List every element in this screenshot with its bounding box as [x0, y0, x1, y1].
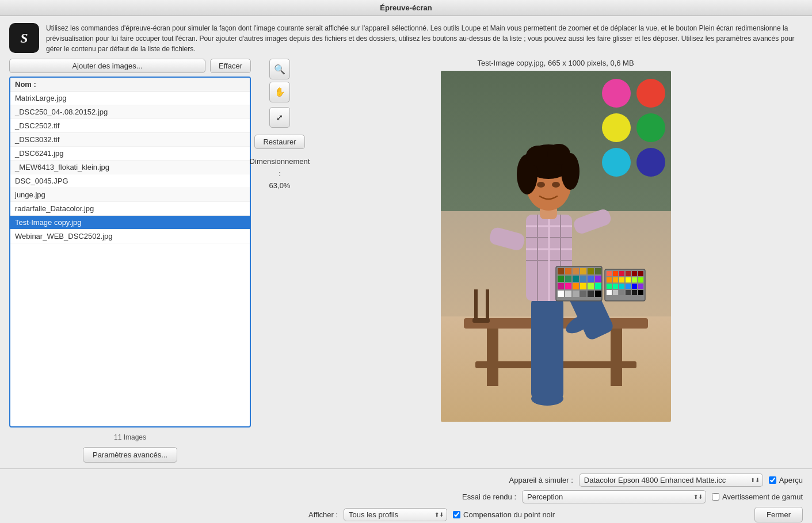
gamut-checkbox-label[interactable]: Avertissement de gamut	[712, 493, 803, 501]
fullscreen-button[interactable]: ⤢	[269, 107, 290, 128]
svg-point-28	[537, 182, 545, 188]
info-text: Utilisez les commandes d'épreuve-écran p…	[46, 23, 803, 54]
svg-rect-54	[595, 291, 601, 297]
svg-rect-72	[632, 284, 637, 289]
svg-rect-64	[619, 277, 624, 283]
svg-rect-68	[607, 284, 612, 289]
file-list-item[interactable]: junge.jpg	[10, 188, 250, 202]
svg-rect-52	[580, 291, 586, 297]
tools-panel: 🔍 ✋ ⤢ Restaurer Dimensionnement : 63,0%	[251, 59, 308, 192]
file-count: 11 Images	[9, 431, 251, 441]
svg-rect-67	[638, 277, 643, 283]
svg-rect-77	[626, 290, 631, 295]
profile-select-wrapper: Tous les profils ⬆⬇	[344, 508, 447, 521]
middle-section: Ajouter des images... Effacer Nom : Matr…	[9, 59, 803, 463]
svg-rect-33	[573, 268, 579, 274]
svg-rect-1	[487, 329, 498, 386]
blackpoint-checkbox[interactable]	[453, 511, 460, 518]
svg-rect-50	[565, 291, 571, 297]
close-button[interactable]: Fermer	[754, 507, 803, 522]
svg-rect-69	[613, 284, 618, 289]
svg-rect-39	[573, 276, 579, 282]
svg-rect-49	[558, 291, 564, 297]
svg-rect-60	[632, 271, 637, 276]
preview-checkbox-label[interactable]: Aperçu	[769, 476, 803, 484]
svg-rect-66	[632, 277, 637, 283]
svg-rect-38	[565, 276, 571, 282]
restore-button[interactable]: Restaurer	[254, 135, 304, 149]
rendering-row: Essai de rendu : Perception Colorimétrie…	[9, 490, 803, 503]
device-select-wrapper: Datacolor Epson 4800 Enhanced Matte.icc …	[579, 474, 763, 487]
add-images-button[interactable]: Ajouter des images...	[9, 59, 205, 73]
svg-rect-5	[474, 289, 478, 321]
file-list-header: Nom :	[10, 78, 250, 91]
file-list-item[interactable]: _DSC3032.tif	[10, 133, 250, 147]
svg-rect-37	[558, 276, 564, 282]
svg-rect-58	[619, 271, 624, 276]
device-row: Appareil à simuler : Datacolor Epson 480…	[9, 474, 803, 487]
hand-tool-button[interactable]: ✋	[269, 82, 290, 102]
svg-rect-40	[580, 276, 586, 282]
svg-rect-61	[638, 271, 643, 276]
bottom-controls: Appareil à simuler : Datacolor Epson 480…	[0, 468, 812, 523]
zoom-tool-button[interactable]: 🔍	[269, 59, 290, 79]
svg-rect-74	[607, 290, 612, 295]
file-list-item[interactable]: _MEW6413_flokati_klein.jpg	[10, 161, 250, 174]
color-swatches	[602, 79, 665, 177]
swatch-navy	[636, 148, 665, 177]
left-panel: Ajouter des images... Effacer Nom : Matr…	[9, 59, 251, 463]
svg-rect-32	[565, 268, 571, 274]
svg-rect-57	[613, 271, 618, 276]
preview-image-area	[441, 71, 671, 422]
svg-rect-53	[588, 291, 594, 297]
file-list-item[interactable]: _DSC2502.tif	[10, 119, 250, 133]
device-label: Appareil à simuler :	[493, 476, 573, 484]
display-row: Paramètres avancés... Afficher : Tous le…	[9, 507, 803, 522]
file-list-item[interactable]: MatrixLarge.jpg	[10, 91, 250, 105]
delete-button[interactable]: Effacer	[210, 59, 251, 73]
blackpoint-checkbox-label[interactable]: Compensation du point noir	[453, 510, 555, 519]
preview-checkbox[interactable]	[769, 476, 776, 484]
svg-rect-44	[565, 283, 571, 289]
svg-rect-42	[595, 276, 601, 282]
profile-select[interactable]: Tous les profils	[344, 508, 447, 521]
svg-rect-31	[558, 268, 564, 274]
app-icon: S	[9, 23, 39, 53]
svg-rect-73	[638, 284, 643, 289]
svg-rect-70	[619, 284, 624, 289]
svg-rect-35	[588, 268, 594, 274]
file-list-items: MatrixLarge.jpg_DSC250_04-.08.20152.jpg_…	[10, 91, 250, 243]
svg-rect-47	[588, 283, 594, 289]
svg-rect-76	[619, 290, 624, 295]
swatch-red	[636, 79, 665, 108]
svg-rect-56	[607, 271, 612, 276]
file-list-item[interactable]: _DSC250_04-.08.20152.jpg	[10, 105, 250, 119]
file-list-item[interactable]: radarfalle_Datacolor.jpg	[10, 202, 250, 216]
rendering-select[interactable]: Perception Colorimétrie relative Saturat…	[522, 490, 706, 503]
display-controls: Afficher : Tous les profils ⬆⬇ Compensat…	[303, 508, 555, 521]
svg-rect-8	[531, 295, 563, 402]
svg-rect-65	[626, 277, 631, 283]
file-list-item[interactable]: Webinar_WEB_DSC2502.jpg	[10, 230, 250, 243]
svg-point-29	[552, 182, 560, 188]
svg-rect-36	[595, 268, 601, 274]
dimension-label: Dimensionnement : 63,0%	[250, 156, 310, 192]
file-list-item[interactable]: _DSC6241.jpg	[10, 147, 250, 161]
svg-rect-45	[573, 283, 579, 289]
svg-rect-34	[580, 268, 586, 274]
swatch-yellow	[602, 113, 631, 142]
svg-rect-63	[613, 277, 618, 283]
hand-icon: ✋	[275, 87, 285, 97]
file-list-item[interactable]: Test-Image copy.jpg	[10, 216, 250, 230]
zoom-icon: 🔍	[274, 64, 285, 75]
svg-rect-59	[626, 271, 631, 276]
swatch-pink	[602, 79, 631, 108]
svg-rect-79	[638, 290, 643, 295]
svg-point-27	[547, 144, 570, 165]
params-button[interactable]: Paramètres avancés...	[83, 447, 177, 463]
svg-rect-71	[626, 284, 631, 289]
gamut-checkbox[interactable]	[712, 493, 719, 501]
device-select[interactable]: Datacolor Epson 4800 Enhanced Matte.icc	[579, 474, 763, 487]
file-list-item[interactable]: DSC_0045.JPG	[10, 174, 250, 188]
fullscreen-icon: ⤢	[276, 113, 283, 122]
